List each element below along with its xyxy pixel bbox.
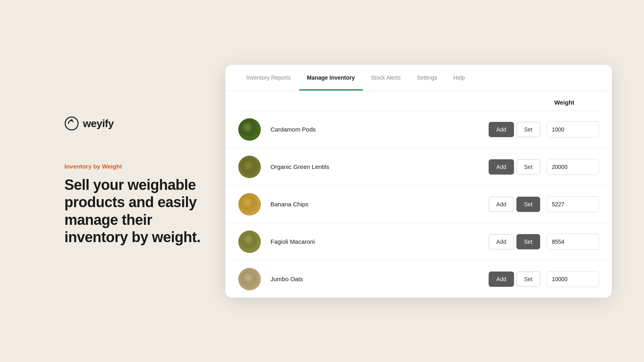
action-buttons-banana-chips: Add Set [489,197,540,212]
product-row-jumbo-oats: Jumbo Oats Add Set ▲ ▼ [225,261,612,298]
product-image-banana-chips [238,193,261,216]
action-buttons-cardamom-pods: Add Set [489,122,540,137]
product-row-cardamom-pods: Cardamom Pods Add Set ▲ ▼ [225,111,612,148]
tab-inventory-reports[interactable]: Inventory Reports [238,65,299,90]
product-row-organic-green-lentils: Organic Green Lentils Add Set ▲ ▼ [225,148,612,186]
add-button-cardamom-pods[interactable]: Add [489,122,514,137]
feature-heading: Sell your weighable products and easily … [64,176,201,246]
app-window: Inventory Reports Manage Inventory Stock… [225,65,612,298]
tabs-bar: Inventory Reports Manage Inventory Stock… [225,65,612,91]
svg-line-2 [72,120,73,122]
action-buttons-organic-green-lentils: Add Set [489,159,540,175]
weight-input-wrapper-banana-chips: ▲ ▼ [547,196,599,212]
add-button-organic-green-lentils[interactable]: Add [489,159,514,175]
weight-input-wrapper-jumbo-oats: ▲ ▼ [547,271,599,287]
tab-settings[interactable]: Settings [409,65,445,90]
tab-help[interactable]: Help [445,65,473,90]
weight-input-wrapper-fagioli-macaroni: ▲ ▼ [547,234,599,250]
set-button-cardamom-pods[interactable]: Set [516,122,540,137]
product-name-fagioli-macaroni: Fagioli Macaroni [270,238,489,245]
set-button-jumbo-oats[interactable]: Set [516,272,540,287]
weight-input-jumbo-oats[interactable] [547,272,599,287]
product-image-cardamom-pods [238,118,261,141]
action-buttons-fagioli-macaroni: Add Set [489,234,540,249]
page-container: weyify Inventory by Weight Sell your wei… [0,0,644,362]
set-button-fagioli-macaroni[interactable]: Set [516,234,540,249]
product-name-banana-chips: Banana Chips [270,201,489,208]
product-image-fagioli-macaroni [238,230,261,253]
product-image-jumbo-oats [238,268,261,290]
weight-input-cardamom-pods[interactable] [547,122,599,137]
weight-column-header: Weight [536,99,592,106]
product-name-cardamom-pods: Cardamom Pods [270,126,489,133]
products-list: Cardamom Pods Add Set ▲ ▼ Organic Green … [225,111,612,298]
weight-input-wrapper-cardamom-pods: ▲ ▼ [547,121,599,138]
action-buttons-jumbo-oats: Add Set [489,272,540,287]
weight-input-wrapper-organic-green-lentils: ▲ ▼ [547,159,599,175]
logo-text: weyify [83,117,114,130]
feature-label: Inventory by Weight [64,163,201,170]
set-button-organic-green-lentils[interactable]: Set [516,159,540,175]
left-panel: weyify Inventory by Weight Sell your wei… [0,92,225,270]
tab-stock-alerts[interactable]: Stock Alerts [363,65,409,90]
product-name-organic-green-lentils: Organic Green Lentils [270,163,489,170]
product-name-jumbo-oats: Jumbo Oats [270,276,489,282]
product-image-organic-green-lentils [238,156,261,178]
weight-input-organic-green-lentils[interactable] [547,159,599,175]
tab-manage-inventory[interactable]: Manage Inventory [299,65,363,90]
weight-header: Weight [225,91,612,111]
weight-input-fagioli-macaroni[interactable] [547,234,599,249]
set-button-banana-chips[interactable]: Set [516,197,540,212]
weight-input-banana-chips[interactable] [547,197,599,212]
add-button-fagioli-macaroni[interactable]: Add [489,234,514,249]
logo-icon [64,116,79,131]
product-row-fagioli-macaroni: Fagioli Macaroni Add Set ▲ ▼ [225,223,612,261]
product-row-banana-chips: Banana Chips Add Set ▲ ▼ [225,186,612,223]
add-button-jumbo-oats[interactable]: Add [489,272,514,287]
logo: weyify [64,116,201,131]
content-area: Weight Cardamom Pods Add Set ▲ ▼ Organic… [225,91,612,298]
add-button-banana-chips[interactable]: Add [489,197,514,212]
svg-point-0 [65,117,78,130]
